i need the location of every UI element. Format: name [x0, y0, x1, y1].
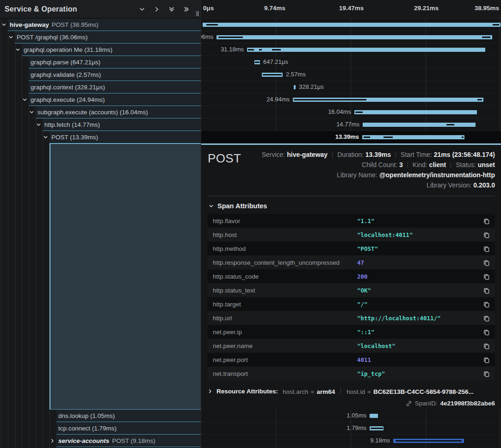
tree-row-content: graphql.validate (2.57ms) — [29, 68, 201, 81]
timeline-row[interactable]: 9.18ms — [201, 435, 501, 447]
span-overview-line: Child Count: 3Kind: clientStatus: unset — [241, 160, 495, 170]
copy-button[interactable] — [483, 356, 490, 363]
splitter-grip[interactable] — [195, 11, 199, 17]
resource-value: BC62E13B-C4CC-5854-9788-256... — [373, 388, 474, 395]
link-icon[interactable] — [406, 400, 412, 407]
timeline-row[interactable]: 16.04ms — [201, 106, 501, 118]
copy-icon — [483, 287, 490, 294]
copy-button[interactable] — [483, 370, 490, 377]
expander-chevron-down[interactable] — [43, 134, 49, 140]
collapse-all-icon[interactable] — [168, 6, 175, 12]
span-tree: hive-gatewayPOST (38.95ms)POST /graphql … — [0, 19, 201, 143]
span-bar[interactable] — [203, 23, 501, 27]
timeline-row[interactable]: 14.77ms — [201, 118, 501, 131]
expand-one-icon[interactable] — [154, 6, 160, 12]
tree-row[interactable]: graphql.validate (2.57ms) — [0, 68, 201, 81]
expander-chevron-right[interactable] — [49, 438, 56, 444]
attribute-value: "localhost" — [357, 342, 479, 349]
copy-button[interactable] — [483, 301, 490, 308]
tree-row[interactable]: service-accountsPOST (9.18ms) — [0, 435, 201, 447]
span-bar[interactable] — [294, 85, 296, 89]
span-bar[interactable] — [370, 414, 378, 418]
span-bar[interactable] — [247, 48, 485, 52]
tree-header: Service & Operation — [0, 0, 201, 19]
copy-icon — [483, 273, 490, 280]
tree-row-content: dns.lookup (1.05ms) — [56, 410, 201, 422]
tree-row[interactable]: hive-gatewayPOST (38.95ms) — [0, 19, 201, 31]
span-bar[interactable] — [362, 135, 464, 139]
tree-operation-label: POST (13.39ms) — [51, 134, 98, 141]
chevron-down-icon — [15, 47, 20, 52]
copy-button[interactable] — [483, 287, 490, 294]
expander-chevron-down[interactable] — [22, 97, 28, 103]
timeline-row[interactable]: 13.39ms — [201, 131, 501, 143]
attribute-row: http.target"/" — [208, 297, 495, 311]
timeline-row[interactable]: 24.94ms — [201, 93, 501, 106]
tree-row[interactable]: tcp.connect (1.79ms) — [0, 422, 201, 435]
attribute-value: 47 — [357, 259, 479, 266]
resource-attributes-row[interactable]: Resource Attributes: host.arch=arm64host… — [208, 387, 495, 395]
tree-row[interactable]: graphql.execute (24.94ms) — [0, 93, 201, 106]
span-duration-label: 2.57ms — [286, 68, 306, 81]
span-bar[interactable] — [393, 439, 464, 443]
copy-button[interactable] — [483, 342, 490, 349]
tree-row[interactable]: POST (13.39ms) — [0, 131, 201, 143]
tree-row-content: POST /graphql (36.06ms) — [15, 31, 201, 44]
tree-row[interactable]: graphql.parse (647.21μs) — [0, 56, 201, 68]
timeline-row[interactable]: 36.06ms — [201, 31, 501, 44]
child-span-mark — [206, 24, 218, 25]
span-tree-panel: Service & Operation hive-gatewayPOST (38… — [0, 0, 201, 448]
resource-equals: = — [311, 388, 315, 395]
span-bar[interactable] — [354, 110, 477, 114]
collapse-one-icon[interactable] — [139, 6, 145, 12]
timeline-row[interactable]: 31.18ms — [201, 44, 501, 56]
copy-icon — [483, 231, 490, 238]
trace-viewer: Service & Operation hive-gatewayPOST (38… — [0, 0, 501, 448]
expand-all-icon[interactable] — [183, 6, 190, 12]
overview-separator — [332, 152, 333, 158]
span-bar[interactable] — [370, 426, 383, 430]
expander-chevron-down[interactable] — [8, 34, 14, 40]
attribute-row: http.response_content_length_uncompresse… — [208, 255, 495, 269]
detail-divider — [208, 196, 495, 196]
attribute-row: http.url"http://localhost:4011/" — [208, 311, 495, 325]
copy-button[interactable] — [483, 259, 490, 266]
copy-button[interactable] — [483, 218, 490, 224]
tree-row-content: http.fetch (14.77ms) — [43, 118, 201, 131]
span-bar[interactable] — [262, 73, 283, 77]
tree-row[interactable]: subgraph.execute (accounts) (16.04ms) — [0, 106, 201, 118]
copy-button[interactable] — [483, 329, 490, 336]
copy-button[interactable] — [483, 273, 490, 280]
copy-icon — [483, 301, 490, 308]
span-bar[interactable] — [363, 123, 476, 127]
timeline-row[interactable] — [201, 19, 501, 31]
timeline-row[interactable]: 328.21μs — [201, 81, 501, 93]
tree-operation-label: POST (38.95ms) — [52, 21, 99, 28]
tree-row[interactable]: dns.lookup (1.05ms) — [0, 410, 201, 422]
attribute-key: net.peer.port — [213, 356, 357, 363]
tree-row[interactable]: http.fetch (14.77ms) — [0, 118, 201, 131]
tree-header-actions — [139, 6, 190, 12]
attribute-value: "ip_tcp" — [357, 370, 479, 377]
timeline-row[interactable]: 1.05ms — [201, 410, 501, 422]
copy-button[interactable] — [483, 315, 490, 322]
overview-value: unset — [478, 161, 495, 168]
tree-operation-label: http.fetch (14.77ms) — [44, 121, 100, 128]
expander-chevron-down[interactable] — [15, 47, 21, 53]
timeline-row[interactable]: 2.57ms — [201, 68, 501, 81]
timeline-row[interactable]: 1.79ms — [201, 422, 501, 435]
tree-row[interactable]: graphql.operation Me (31.18ms) — [0, 44, 201, 56]
span-duration-label: 1.05ms — [346, 410, 366, 422]
tree-row[interactable]: graphql.context (328.21μs) — [0, 81, 201, 93]
expander-chevron-down[interactable] — [36, 122, 42, 128]
copy-button[interactable] — [483, 231, 490, 238]
span-bar[interactable] — [254, 60, 260, 64]
expander-chevron-down[interactable] — [29, 109, 35, 115]
span-bar[interactable] — [293, 98, 483, 102]
span-bar[interactable] — [216, 35, 492, 39]
copy-button[interactable] — [483, 245, 490, 252]
timeline-row[interactable]: 647.21μs — [201, 56, 501, 68]
span-attributes-toggle[interactable]: Span Attributes — [209, 202, 495, 210]
tree-row[interactable]: POST /graphql (36.06ms) — [0, 31, 201, 44]
expander-chevron-down[interactable] — [1, 22, 7, 28]
